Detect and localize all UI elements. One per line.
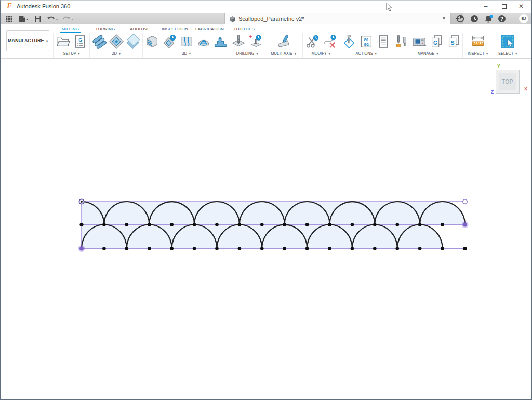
tab-utilities[interactable]: UTILITIES (227, 25, 262, 33)
sketch-point[interactable] (215, 247, 219, 250)
sketch-canvas[interactable] (1, 59, 531, 399)
undo-button[interactable]: ▾ (47, 15, 58, 23)
sketch-point[interactable] (102, 247, 106, 250)
avatar[interactable]: BJ (519, 14, 528, 23)
minimize-button[interactable]: – (477, 1, 495, 12)
ribbon-groups: G SETUP ▾ 2D ▾ (53, 33, 522, 58)
sketch-point[interactable] (373, 223, 377, 226)
sketch-point[interactable] (193, 223, 196, 226)
ramp-3d-icon[interactable] (213, 34, 229, 49)
workspace-selector-button[interactable]: MANUFACTURE ▾ (6, 30, 49, 51)
modeling-canvas[interactable]: Y TOP Z X (1, 59, 531, 399)
tool-library-icon[interactable] (394, 34, 410, 49)
select-window-icon[interactable] (500, 34, 515, 49)
template-library-icon[interactable]: S (446, 34, 461, 49)
sketch-point[interactable] (395, 247, 399, 250)
sketch-point[interactable] (193, 247, 196, 250)
gcode-document-icon[interactable]: G (72, 34, 88, 49)
redo-button[interactable]: ▾ (62, 15, 73, 23)
sketch-point[interactable] (260, 247, 264, 250)
post-library-icon[interactable]: G (429, 34, 444, 49)
group-select-dropdown[interactable]: SELECT ▾ (498, 51, 517, 56)
sketch-point[interactable] (441, 223, 444, 226)
sketch-point[interactable] (102, 223, 106, 226)
swarf-icon[interactable] (276, 34, 291, 49)
group-2d-dropdown[interactable]: 2D ▾ (112, 51, 120, 56)
chevron-down-icon: ▾ (46, 39, 48, 43)
sketch-point[interactable] (418, 247, 422, 250)
contour-2d-icon[interactable] (126, 34, 141, 49)
sketch-point[interactable] (441, 247, 444, 250)
measure-icon[interactable] (470, 34, 486, 49)
setup-sheet-icon[interactable] (376, 34, 391, 49)
recent-icon[interactable] (470, 15, 478, 23)
sketch-point[interactable] (328, 223, 331, 226)
group-drilling-dropdown[interactable]: DRILLING ▾ (236, 51, 258, 56)
group-actions-dropdown[interactable]: ACTIONS ▾ (355, 51, 376, 56)
group-manage-dropdown[interactable]: MANAGE ▾ (418, 51, 438, 56)
group-multi-axis-dropdown[interactable]: MULTI-AXIS ▾ (271, 51, 296, 56)
tab-additive[interactable]: ADDITIVE (123, 25, 157, 33)
pocket-3d-icon[interactable] (162, 34, 177, 49)
job-status-icon[interactable] (456, 15, 464, 23)
adaptive-3d-icon[interactable] (144, 34, 160, 49)
sketch-point[interactable] (215, 223, 219, 226)
file-menu-button[interactable]: ▾ (19, 15, 28, 23)
viewcube-face-top[interactable]: TOP (496, 70, 520, 94)
machine-library-icon[interactable] (411, 34, 427, 49)
app-window: F Autodesk Fusion 360 – ✕ ▾ ▾ ▾ Sc (0, 0, 532, 400)
setup-folder-icon[interactable] (55, 34, 71, 49)
tab-inspection[interactable]: INSPECTION (157, 25, 192, 33)
sketch-open-endpoint[interactable] (463, 199, 467, 204)
group-modify-dropdown[interactable]: MODIFY ▾ (312, 51, 330, 56)
document-tab-close-icon[interactable]: ✕ (441, 15, 447, 21)
maximize-icon (502, 4, 507, 9)
sketch-point[interactable] (148, 223, 151, 226)
close-button[interactable]: ✕ (512, 1, 530, 12)
tab-milling[interactable]: MILLING (53, 25, 88, 33)
viewcube[interactable]: Y TOP Z X (490, 64, 528, 97)
sketch-point[interactable] (283, 223, 286, 226)
sketch-point[interactable] (351, 247, 354, 250)
group-3d-dropdown[interactable]: 3D ▾ (182, 51, 190, 56)
sketch-point[interactable] (260, 223, 264, 226)
save-button[interactable] (34, 15, 42, 23)
parallel-3d-icon[interactable] (179, 34, 194, 49)
group-setup-dropdown[interactable]: SETUP ▾ (63, 51, 80, 56)
svg-text:G: G (78, 37, 82, 43)
sketch-endpoint[interactable] (463, 247, 467, 250)
sketch-point[interactable] (125, 223, 129, 226)
sketch-point[interactable] (373, 247, 377, 250)
trim-toolpath-icon[interactable] (304, 34, 320, 49)
help-icon[interactable]: ? (498, 15, 506, 23)
drill-icon[interactable] (231, 34, 246, 49)
post-process-icon[interactable] (341, 34, 357, 49)
sketch-point[interactable] (125, 247, 129, 250)
tap-icon[interactable]: + (248, 34, 263, 49)
sketch-point[interactable] (328, 247, 331, 250)
sketch-endpoint[interactable] (79, 223, 83, 226)
sketch-point[interactable] (395, 223, 399, 226)
sketch-point[interactable] (351, 223, 354, 226)
sketch-point[interactable] (238, 247, 242, 250)
notifications-icon[interactable] (484, 15, 493, 23)
face-milling-icon[interactable] (91, 34, 107, 49)
sketch-point[interactable] (148, 247, 151, 250)
sketch-point[interactable] (305, 247, 309, 250)
gcode-editor-icon[interactable]: G1G2 (358, 34, 374, 49)
sketch-point[interactable] (305, 223, 309, 226)
maximize-button[interactable] (495, 1, 513, 12)
pocket-2d-icon[interactable] (109, 34, 124, 49)
sketch-point[interactable] (170, 247, 174, 250)
grid-menu-icon[interactable] (5, 15, 13, 23)
sketch-point[interactable] (238, 223, 242, 226)
group-inspect-dropdown[interactable]: INSPECT ▾ (468, 51, 488, 56)
sketch-point[interactable] (283, 247, 286, 250)
sketch-point[interactable] (418, 223, 422, 226)
tab-turning[interactable]: TURNING (88, 25, 123, 33)
delete-toolpath-icon[interactable] (322, 34, 337, 49)
document-tab[interactable]: Scalloped_Parametric v2* ✕ (224, 13, 451, 24)
sketch-point[interactable] (170, 223, 174, 226)
tab-fabrication[interactable]: FABRICATION (192, 25, 227, 33)
horizontal-3d-icon[interactable] (196, 34, 211, 49)
